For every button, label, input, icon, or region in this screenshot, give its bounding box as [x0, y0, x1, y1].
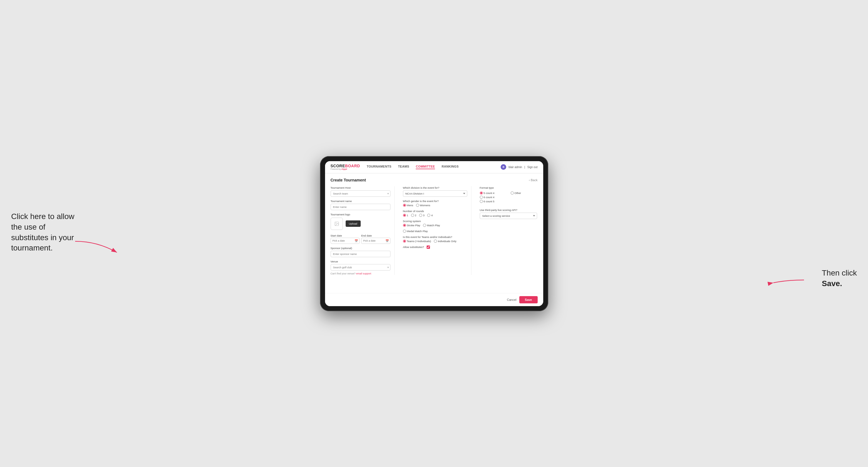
tournament-name-input[interactable] — [331, 204, 391, 210]
event-individuals-label: Individuals Only — [438, 240, 456, 243]
tournament-host-input[interactable] — [331, 190, 391, 197]
scoring-match-option[interactable]: Match Play — [423, 224, 440, 227]
format-6c5-option[interactable]: 6 count 5 — [480, 200, 506, 203]
start-date-label: Start date — [331, 234, 342, 237]
scoring-stroke-label: Stroke Play — [407, 224, 421, 227]
sign-out-link[interactable]: Sign out — [527, 165, 538, 169]
tournament-name-field: Tournament name — [331, 199, 391, 210]
form-col-right: Format type 5 count 4 Other — [476, 186, 537, 275]
rounds-2-label: 2 — [415, 214, 416, 217]
gender-womens-label: Womens — [420, 204, 430, 207]
event-teams-option[interactable]: Teams (+Individuals) — [403, 240, 431, 243]
format-5c4-label: 5 count 4 — [484, 191, 495, 194]
rounds-2-option[interactable]: 2 — [411, 214, 416, 217]
form-col-middle: Which division is the event for? NCAA Di… — [399, 186, 471, 275]
venue-dropdown-icon: ▾ — [388, 266, 389, 269]
event-individuals-option[interactable]: Individuals Only — [434, 240, 456, 243]
division-select[interactable]: NCAA Division I — [403, 190, 467, 197]
rounds-1-option[interactable]: 1 — [403, 214, 408, 217]
logo-placeholder-icon — [331, 218, 343, 230]
scoring-stroke-option[interactable]: Stroke Play — [403, 224, 421, 227]
annotation-right-text: Then click Save. — [822, 268, 857, 289]
page-title: Create Tournament — [331, 178, 366, 182]
gender-radio-group: Mens Womens — [403, 204, 467, 207]
nav-item-committee[interactable]: COMMITTEE — [416, 165, 435, 169]
end-date-wrap: 📅 — [361, 238, 391, 244]
format-6c5-label: 6 count 5 — [484, 200, 495, 203]
scoring-field: Scoring system Stroke Play Match Play — [403, 220, 467, 233]
end-date-icon: 📅 — [385, 239, 389, 242]
event-type-label: Is this event for Teams and/or Individua… — [403, 236, 467, 239]
page-header: Create Tournament Back — [331, 178, 538, 182]
format-5c4-option[interactable]: 5 count 4 — [480, 191, 506, 194]
venue-note: Can't find your venue? email support — [331, 272, 391, 275]
end-date-label: End date — [361, 234, 372, 237]
event-type-radio-group: Teams (+Individuals) Individuals Only — [403, 240, 467, 243]
page-footer: Cancel Save — [325, 293, 543, 306]
app-logo: SCOREBOARD Powered by clippd — [331, 164, 360, 170]
format-type-label: Format type — [480, 186, 537, 189]
navigation-bar: SCOREBOARD Powered by clippd TOURNAMENTS… — [325, 161, 543, 174]
page-content: Create Tournament Back Tournament Host ▾ — [325, 174, 543, 293]
gender-label: Which gender is the event for? — [403, 199, 467, 203]
gender-field: Which gender is the event for? Mens Wome… — [403, 199, 467, 207]
rounds-field: Number of rounds 1 2 — [403, 210, 467, 217]
venue-field: Venue ▾ Can't find your venue? email sup… — [331, 260, 391, 275]
nav-items: TOURNAMENTS TEAMS COMMITTEE RANKINGS — [367, 165, 501, 169]
nav-item-teams[interactable]: TEAMS — [398, 165, 409, 169]
venue-email-link[interactable]: email support — [356, 272, 371, 275]
format-type-field: Format type 5 count 4 Other — [480, 186, 537, 203]
sponsor-field: Sponsor (optional) — [331, 247, 391, 257]
tournament-logo-field: Tournament logo Upload — [331, 213, 391, 230]
rounds-4-option[interactable]: 4 — [427, 214, 432, 217]
scoring-api-field: Use third-party live scoring API? Select… — [480, 209, 537, 219]
tournament-host-field: Tournament Host ▾ — [331, 186, 391, 197]
back-link[interactable]: Back — [529, 178, 537, 182]
gender-mens-option[interactable]: Mens — [403, 204, 413, 207]
scoring-radio-group: Stroke Play Match Play Medal Match Play — [403, 224, 467, 233]
scoring-api-select[interactable]: Select a scoring service — [480, 213, 537, 219]
logo-text: SCOREBOARD — [331, 164, 360, 168]
venue-input[interactable] — [331, 264, 391, 271]
start-date-wrap: 📅 — [331, 238, 360, 244]
gender-mens-label: Mens — [407, 204, 413, 207]
nav-item-rankings[interactable]: RANKINGS — [442, 165, 459, 169]
sponsor-input[interactable] — [331, 251, 391, 257]
scoring-api-label: Use third-party live scoring API? — [480, 209, 537, 212]
event-type-field: Is this event for Teams and/or Individua… — [403, 236, 467, 243]
rounds-1-label: 1 — [407, 214, 408, 217]
format-6c4-option[interactable]: 6 count 4 — [480, 196, 506, 199]
rounds-label: Number of rounds — [403, 210, 467, 213]
upload-button[interactable]: Upload — [346, 220, 361, 227]
tablet-screen: SCOREBOARD Powered by clippd TOURNAMENTS… — [325, 161, 543, 306]
rounds-4-label: 4 — [431, 214, 432, 217]
rounds-3-label: 3 — [423, 214, 425, 217]
arrow-right-indicator — [771, 274, 804, 287]
host-dropdown-icon: ▾ — [388, 192, 389, 195]
svg-point-3 — [336, 223, 336, 223]
format-other-option[interactable]: Other — [511, 191, 537, 194]
substitutes-field[interactable]: Allow substitutes? — [403, 246, 467, 249]
scoring-medal-option[interactable]: Medal Match Play — [403, 229, 428, 233]
gender-womens-option[interactable]: Womens — [416, 204, 430, 207]
form-col-left: Tournament Host ▾ Tournament name Tourna — [331, 186, 395, 275]
nav-item-tournaments[interactable]: TOURNAMENTS — [367, 165, 392, 169]
save-button[interactable]: Save — [519, 296, 538, 303]
division-field: Which division is the event for? NCAA Di… — [403, 186, 467, 197]
dates-field: Start date 📅 End date — [331, 233, 391, 244]
nav-separator: | — [524, 165, 525, 169]
scoring-match-label: Match Play — [427, 224, 440, 227]
format-options-grid: 5 count 4 Other 6 count 4 — [480, 191, 537, 203]
avatar: B — [501, 164, 506, 170]
cancel-button[interactable]: Cancel — [507, 298, 517, 302]
tournament-host-label: Tournament Host — [331, 186, 391, 189]
user-name: blair admin — [508, 165, 522, 169]
substitutes-checkbox[interactable] — [427, 246, 430, 249]
substitutes-label: Allow substitutes? — [403, 246, 424, 249]
nav-user-area: B blair admin | Sign out — [501, 164, 537, 170]
tournament-name-label: Tournament name — [331, 199, 391, 203]
annotation-left-text: Click here to allow the use of substitut… — [11, 211, 78, 253]
sponsor-label: Sponsor (optional) — [331, 247, 391, 250]
arrow-left-indicator — [75, 239, 120, 256]
rounds-3-option[interactable]: 3 — [419, 214, 425, 217]
